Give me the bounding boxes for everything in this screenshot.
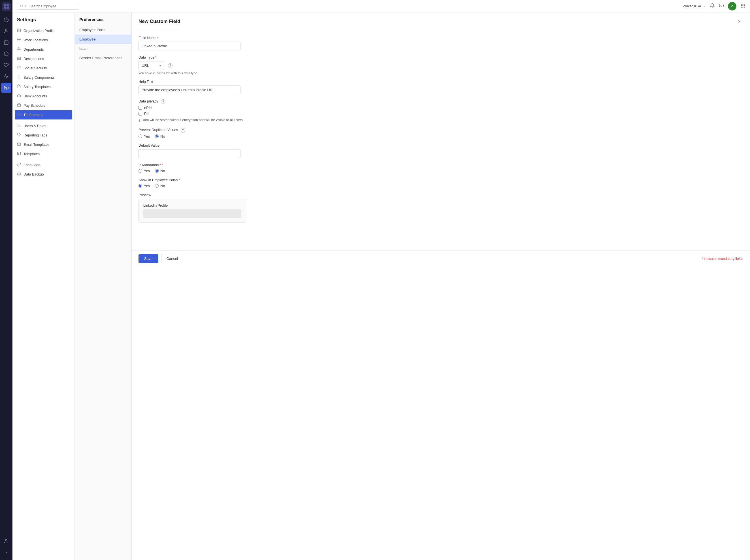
data-type-select-wrapper: URL Text Number Date Boolean ▾ — [138, 61, 164, 70]
save-button[interactable]: Save — [138, 254, 158, 263]
nav-item-profile[interactable] — [1, 536, 11, 546]
mandatory-no-label[interactable]: No — [155, 169, 165, 173]
svg-rect-6 — [4, 41, 8, 45]
data-privacy-help-icon[interactable]: ? — [161, 99, 165, 104]
data-type-select[interactable]: URL Text Number Date Boolean — [138, 61, 164, 70]
sidebar-item-zoho-apps[interactable]: Zoho Apps — [13, 160, 75, 169]
is-mandatory-required: * — [161, 163, 163, 167]
sidebar-label-salary-templates: Salary Templates — [23, 85, 51, 89]
nav-item-heart[interactable] — [1, 60, 11, 70]
sidebar-item-work-locations[interactable]: Work Locations — [13, 35, 75, 45]
sidebar-item-designations[interactable]: Designations — [13, 54, 75, 63]
apps-grid-icon[interactable] — [741, 3, 746, 9]
org-name[interactable]: Zylker KSA — [683, 4, 706, 8]
mandatory-yes-label[interactable]: Yes — [138, 169, 150, 173]
sidebar-item-users-roles[interactable]: Users & Roles — [13, 121, 75, 131]
svg-rect-3 — [6, 7, 9, 9]
nav-item-calendar[interactable] — [1, 37, 11, 47]
pref-item-loan[interactable]: Loan — [75, 44, 131, 53]
pay-schedule-icon — [17, 103, 21, 108]
sidebar-item-salary-templates[interactable]: Salary Templates — [13, 82, 75, 92]
nav-item-user[interactable] — [1, 26, 11, 36]
app-logo — [2, 2, 11, 11]
show-in-portal-required: * — [179, 178, 180, 182]
search-input[interactable] — [29, 4, 76, 8]
mandatory-no-radio[interactable] — [155, 169, 159, 173]
ephi-checkbox[interactable] — [138, 106, 142, 109]
sidebar-label-preferences: Preferences — [24, 113, 43, 117]
prevent-duplicate-radios: Yes No — [138, 134, 743, 138]
show-in-portal-radios: Yes No — [138, 184, 743, 188]
avatar[interactable]: Z — [728, 2, 736, 11]
sidebar-item-social-security[interactable]: Social Security — [13, 63, 75, 73]
default-value-input[interactable] — [138, 149, 240, 158]
nav-item-box[interactable] — [1, 49, 11, 59]
departments-icon — [17, 47, 21, 52]
sidebar-item-preferences[interactable]: Preferences — [15, 110, 72, 119]
sidebar-label-email-templates: Email Templates — [23, 143, 49, 147]
help-text-input[interactable] — [138, 85, 240, 94]
ephi-checkbox-label[interactable]: ePHI — [138, 106, 743, 110]
portal-no-radio[interactable] — [155, 184, 159, 188]
sidebar-item-reporting-tags[interactable]: Reporting Tags — [13, 131, 75, 140]
sidebar-item-pay-schedule[interactable]: Pay Schedule — [13, 101, 75, 110]
prevent-no-label[interactable]: No — [155, 134, 165, 138]
search-dropdown-icon[interactable]: ▾ — [25, 4, 27, 8]
prevent-yes-label[interactable]: Yes — [138, 134, 150, 138]
preview-input-display — [143, 209, 241, 218]
encryption-note: ℹ Data will be stored without encryption… — [138, 118, 743, 123]
prevent-yes-radio[interactable] — [138, 135, 142, 138]
mandatory-yes-radio[interactable] — [138, 169, 142, 173]
search-box[interactable]: ▾ — [17, 3, 79, 9]
nav-item-time[interactable] — [1, 15, 11, 25]
sidebar-label-users-roles: Users & Roles — [23, 124, 46, 128]
settings-title: Settings — [13, 17, 75, 26]
svg-point-38 — [18, 124, 19, 125]
svg-point-10 — [6, 87, 7, 88]
sidebar-item-email-templates[interactable]: Email Templates — [13, 140, 75, 149]
prefs-title: Preferences — [75, 17, 131, 25]
social-security-icon — [17, 66, 21, 71]
bank-accounts-icon — [17, 94, 21, 99]
gear-icon[interactable] — [719, 3, 724, 9]
form-area: New Custom Field × Field Name* Data — [132, 13, 750, 560]
portal-yes-radio[interactable] — [138, 184, 142, 188]
nav-item-reports[interactable] — [1, 71, 11, 82]
info-icon: ℹ — [138, 118, 140, 123]
sidebar-item-departments[interactable]: Departments — [13, 45, 75, 54]
sidebar-item-org-profile[interactable]: Organization Profile — [13, 26, 75, 35]
portal-no-label[interactable]: No — [155, 184, 165, 188]
sidebar-item-salary-components[interactable]: Salary Components — [13, 73, 75, 82]
notification-icon[interactable] — [710, 3, 715, 9]
data-type-help-icon[interactable]: ? — [168, 63, 173, 68]
pref-item-sender-email[interactable]: Sender Email Preferences — [75, 53, 131, 63]
svg-rect-21 — [741, 6, 742, 7]
preview-label: Preview — [138, 193, 743, 197]
pref-item-employee-portal[interactable]: Employee Portal — [75, 25, 131, 35]
data-backup-icon — [17, 172, 21, 177]
sidebar-item-data-backup[interactable]: Data Backup — [13, 169, 75, 179]
sidebar-item-templates[interactable]: Templates — [13, 149, 75, 159]
content-area: Settings Organization Profile Work Locat… — [13, 13, 750, 560]
data-type-group: Data Type* URL Text Number Date Boolean — [138, 56, 743, 75]
nav-item-settings[interactable] — [1, 83, 11, 93]
portal-yes-label[interactable]: Yes — [138, 184, 150, 188]
prevent-no-radio[interactable] — [155, 135, 159, 138]
pii-checkbox-label[interactable]: PII — [138, 112, 743, 116]
close-button[interactable]: × — [735, 18, 743, 25]
dialog-title: New Custom Field — [138, 19, 180, 24]
show-in-portal-group: Show in Employee Portal* Yes No — [138, 178, 743, 188]
settings-sidebar: Settings Organization Profile Work Locat… — [13, 13, 75, 560]
reporting-tags-icon — [17, 133, 21, 138]
svg-line-13 — [22, 7, 23, 7]
salary-components-icon — [17, 75, 21, 80]
prevent-duplicate-help-icon[interactable]: ? — [181, 128, 185, 133]
pref-item-employee[interactable]: Employee — [75, 35, 131, 44]
field-name-input[interactable] — [138, 42, 240, 51]
cancel-button[interactable]: Cancel — [161, 254, 183, 263]
nav-item-collapse[interactable] — [1, 547, 11, 558]
preview-field-label: LinkedIn Profile — [143, 203, 241, 207]
sidebar-item-bank-accounts[interactable]: Bank Accounts — [13, 92, 75, 101]
prefs-panel: Preferences Employee Portal Employee Loa… — [75, 13, 132, 560]
pii-checkbox[interactable] — [138, 112, 142, 116]
